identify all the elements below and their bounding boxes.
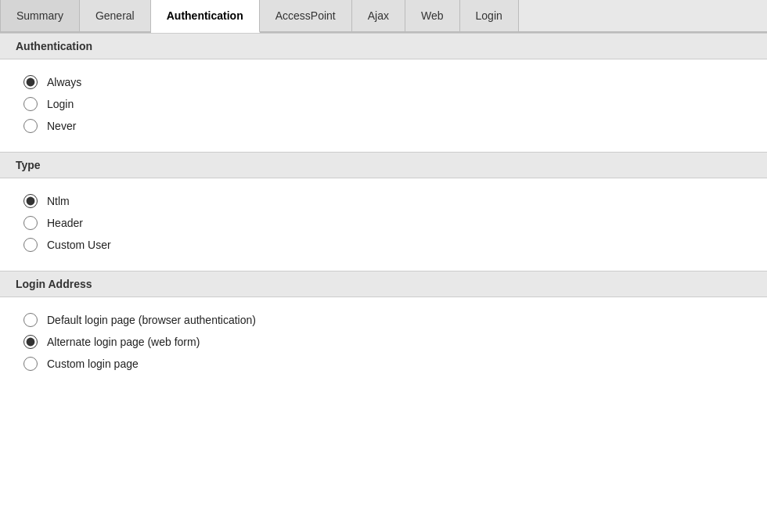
label-ntlm[interactable]: Ntlm [47, 195, 70, 207]
tab-ajax[interactable]: Ajax [352, 0, 405, 31]
label-default-login[interactable]: Default login page (browser authenticati… [47, 314, 256, 326]
radio-ntlm[interactable] [23, 194, 38, 208]
label-header[interactable]: Header [47, 217, 83, 229]
section-header-authentication: Authentication [0, 33, 767, 59]
section-header-login-address: Login Address [0, 271, 767, 297]
label-custom-login[interactable]: Custom login page [47, 358, 139, 370]
tab-web[interactable]: Web [405, 0, 460, 31]
radio-item-header[interactable]: Header [23, 216, 751, 230]
tab-accesspoint[interactable]: AccessPoint [260, 0, 352, 31]
section-header-type: Type [0, 152, 767, 178]
radio-item-custom-user[interactable]: Custom User [23, 238, 751, 252]
radio-item-custom-login[interactable]: Custom login page [23, 357, 751, 371]
label-login[interactable]: Login [47, 98, 74, 110]
label-custom-user[interactable]: Custom User [47, 239, 111, 251]
radio-item-ntlm[interactable]: Ntlm [23, 194, 751, 208]
tab-summary[interactable]: Summary [0, 0, 80, 31]
section-body-authentication: Always Login Never [0, 59, 767, 152]
tab-authentication[interactable]: Authentication [151, 0, 260, 33]
radio-item-default-login[interactable]: Default login page (browser authenticati… [23, 313, 751, 327]
tab-bar: Summary General Authentication AccessPoi… [0, 0, 767, 33]
radio-header[interactable] [23, 216, 38, 230]
radio-custom-login[interactable] [23, 357, 38, 371]
radio-item-login[interactable]: Login [23, 97, 751, 111]
radio-alternate-login[interactable] [23, 335, 38, 349]
label-alternate-login[interactable]: Alternate login page (web form) [47, 336, 200, 348]
radio-login[interactable] [23, 97, 38, 111]
label-always[interactable]: Always [47, 76, 81, 88]
tab-general[interactable]: General [80, 0, 151, 31]
radio-item-never[interactable]: Never [23, 119, 751, 133]
content-area: Authentication Always Login Never Type N… [0, 33, 767, 390]
radio-default-login[interactable] [23, 313, 38, 327]
radio-custom-user[interactable] [23, 238, 38, 252]
radio-always[interactable] [23, 75, 38, 89]
radio-item-always[interactable]: Always [23, 75, 751, 89]
label-never[interactable]: Never [47, 120, 76, 132]
tab-login[interactable]: Login [460, 0, 519, 31]
section-body-login-address: Default login page (browser authenticati… [0, 297, 767, 390]
radio-never[interactable] [23, 119, 38, 133]
radio-item-alternate-login[interactable]: Alternate login page (web form) [23, 335, 751, 349]
section-body-type: Ntlm Header Custom User [0, 178, 767, 271]
